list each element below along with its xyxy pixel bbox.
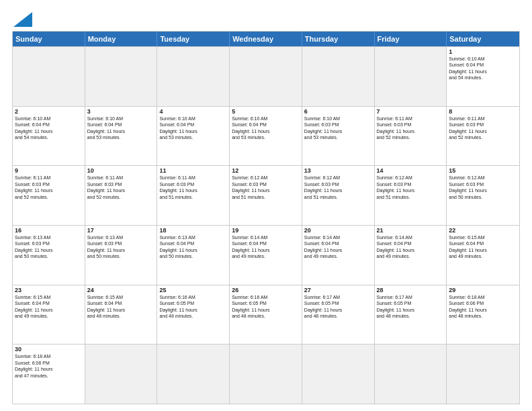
day-number: 27	[304, 287, 372, 293]
cell-sun-info: Sunrise: 6:17 AM Sunset: 6:05 PM Dayligh…	[304, 294, 372, 320]
day-number: 2	[15, 108, 83, 115]
cell-sun-info: Sunrise: 6:18 AM Sunset: 6:06 PM Dayligh…	[15, 353, 83, 379]
calendar-cell	[85, 345, 158, 404]
weekday-header: Saturday	[447, 32, 519, 46]
day-number: 9	[15, 167, 83, 174]
logo	[12, 12, 32, 27]
weekday-header: Thursday	[302, 32, 375, 46]
day-number: 20	[304, 227, 372, 234]
weekday-header: Sunday	[13, 32, 85, 46]
day-number: 21	[377, 227, 445, 234]
calendar-week-row: 16Sunrise: 6:13 AM Sunset: 6:03 PM Dayli…	[13, 225, 519, 285]
day-number: 8	[449, 108, 517, 115]
calendar-cell	[447, 345, 519, 404]
calendar-week-row: 30Sunrise: 6:18 AM Sunset: 6:06 PM Dayli…	[13, 344, 519, 404]
calendar-cell: 6Sunrise: 6:10 AM Sunset: 6:03 PM Daylig…	[302, 107, 375, 166]
day-number: 5	[232, 108, 300, 115]
cell-sun-info: Sunrise: 6:11 AM Sunset: 6:03 PM Dayligh…	[87, 175, 155, 200]
calendar-cell: 30Sunrise: 6:18 AM Sunset: 6:06 PM Dayli…	[13, 345, 85, 404]
cell-sun-info: Sunrise: 6:18 AM Sunset: 6:06 PM Dayligh…	[449, 294, 517, 320]
weekday-header: Wednesday	[230, 32, 302, 46]
cell-sun-info: Sunrise: 6:12 AM Sunset: 6:03 PM Dayligh…	[449, 175, 517, 200]
calendar-cell: 21Sunrise: 6:14 AM Sunset: 6:04 PM Dayli…	[375, 226, 447, 285]
calendar-cell: 19Sunrise: 6:14 AM Sunset: 6:04 PM Dayli…	[230, 226, 302, 285]
day-number: 28	[377, 287, 445, 293]
calendar-cell	[157, 47, 230, 106]
day-number: 7	[377, 108, 445, 115]
calendar-cell: 2Sunrise: 6:10 AM Sunset: 6:04 PM Daylig…	[13, 107, 85, 166]
cell-sun-info: Sunrise: 6:13 AM Sunset: 6:04 PM Dayligh…	[159, 234, 227, 260]
day-number: 24	[87, 287, 155, 293]
cell-sun-info: Sunrise: 6:10 AM Sunset: 6:04 PM Dayligh…	[159, 116, 227, 141]
calendar-cell: 11Sunrise: 6:11 AM Sunset: 6:03 PM Dayli…	[157, 166, 230, 225]
calendar-week-row: 1Sunrise: 6:10 AM Sunset: 6:04 PM Daylig…	[13, 46, 519, 106]
calendar: SundayMondayTuesdayWednesdayThursdayFrid…	[12, 31, 520, 404]
day-number: 23	[15, 287, 83, 293]
cell-sun-info: Sunrise: 6:10 AM Sunset: 6:04 PM Dayligh…	[232, 116, 300, 141]
cell-sun-info: Sunrise: 6:11 AM Sunset: 6:03 PM Dayligh…	[159, 175, 227, 200]
day-number: 12	[232, 167, 300, 174]
cell-sun-info: Sunrise: 6:13 AM Sunset: 6:03 PM Dayligh…	[15, 234, 83, 260]
calendar-cell: 28Sunrise: 6:17 AM Sunset: 6:05 PM Dayli…	[375, 285, 447, 345]
day-number: 4	[159, 108, 227, 115]
day-number: 3	[87, 108, 155, 115]
day-number: 18	[159, 227, 227, 234]
cell-sun-info: Sunrise: 6:10 AM Sunset: 6:04 PM Dayligh…	[449, 56, 517, 81]
calendar-cell: 15Sunrise: 6:12 AM Sunset: 6:03 PM Dayli…	[447, 166, 519, 225]
calendar-week-row: 9Sunrise: 6:11 AM Sunset: 6:03 PM Daylig…	[13, 165, 519, 225]
calendar-cell: 10Sunrise: 6:11 AM Sunset: 6:03 PM Dayli…	[85, 166, 158, 225]
calendar-cell: 3Sunrise: 6:10 AM Sunset: 6:04 PM Daylig…	[85, 107, 158, 166]
day-number: 1	[449, 48, 517, 55]
svg-marker-0	[13, 12, 32, 27]
day-number: 11	[159, 167, 227, 174]
calendar-cell: 20Sunrise: 6:14 AM Sunset: 6:04 PM Dayli…	[302, 226, 375, 285]
cell-sun-info: Sunrise: 6:14 AM Sunset: 6:04 PM Dayligh…	[304, 234, 372, 260]
calendar-cell: 25Sunrise: 6:16 AM Sunset: 6:05 PM Dayli…	[157, 285, 230, 345]
cell-sun-info: Sunrise: 6:17 AM Sunset: 6:05 PM Dayligh…	[377, 294, 445, 320]
calendar-cell: 23Sunrise: 6:15 AM Sunset: 6:04 PM Dayli…	[13, 285, 85, 345]
calendar-cell: 29Sunrise: 6:18 AM Sunset: 6:06 PM Dayli…	[447, 285, 519, 345]
day-number: 17	[87, 227, 155, 234]
cell-sun-info: Sunrise: 6:11 AM Sunset: 6:03 PM Dayligh…	[15, 175, 83, 200]
cell-sun-info: Sunrise: 6:11 AM Sunset: 6:03 PM Dayligh…	[377, 116, 445, 141]
page: SundayMondayTuesdayWednesdayThursdayFrid…	[0, 0, 532, 411]
calendar-cell	[375, 345, 447, 404]
calendar-cell: 27Sunrise: 6:17 AM Sunset: 6:05 PM Dayli…	[302, 285, 375, 345]
calendar-week-row: 23Sunrise: 6:15 AM Sunset: 6:04 PM Dayli…	[13, 285, 519, 345]
weekday-header: Friday	[375, 32, 447, 46]
day-number: 26	[232, 287, 300, 293]
calendar-cell	[230, 47, 302, 106]
calendar-cell: 17Sunrise: 6:13 AM Sunset: 6:03 PM Dayli…	[85, 226, 158, 285]
day-number: 25	[159, 287, 227, 293]
calendar-cell: 8Sunrise: 6:11 AM Sunset: 6:03 PM Daylig…	[447, 107, 519, 166]
calendar-cell	[302, 47, 375, 106]
calendar-cell: 14Sunrise: 6:12 AM Sunset: 6:03 PM Dayli…	[375, 166, 447, 225]
day-number: 6	[304, 108, 372, 115]
calendar-cell	[230, 345, 302, 404]
cell-sun-info: Sunrise: 6:16 AM Sunset: 6:05 PM Dayligh…	[159, 294, 227, 320]
calendar-cell: 9Sunrise: 6:11 AM Sunset: 6:03 PM Daylig…	[13, 166, 85, 225]
cell-sun-info: Sunrise: 6:12 AM Sunset: 6:03 PM Dayligh…	[232, 175, 300, 200]
calendar-cell	[85, 47, 158, 106]
day-number: 15	[449, 167, 517, 174]
calendar-header: SundayMondayTuesdayWednesdayThursdayFrid…	[13, 32, 519, 46]
calendar-cell	[13, 47, 85, 106]
day-number: 29	[449, 287, 517, 293]
cell-sun-info: Sunrise: 6:10 AM Sunset: 6:04 PM Dayligh…	[15, 116, 83, 141]
calendar-cell: 12Sunrise: 6:12 AM Sunset: 6:03 PM Dayli…	[230, 166, 302, 225]
day-number: 13	[304, 167, 372, 174]
cell-sun-info: Sunrise: 6:15 AM Sunset: 6:04 PM Dayligh…	[87, 294, 155, 320]
calendar-week-row: 2Sunrise: 6:10 AM Sunset: 6:04 PM Daylig…	[13, 106, 519, 166]
day-number: 14	[377, 167, 445, 174]
weekday-header: Tuesday	[157, 32, 230, 46]
weekday-header: Monday	[85, 32, 158, 46]
calendar-cell	[157, 345, 230, 404]
day-number: 16	[15, 227, 83, 234]
header	[12, 12, 520, 27]
day-number: 30	[15, 346, 83, 353]
cell-sun-info: Sunrise: 6:16 AM Sunset: 6:05 PM Dayligh…	[232, 294, 300, 320]
calendar-body: 1Sunrise: 6:10 AM Sunset: 6:04 PM Daylig…	[13, 46, 519, 404]
calendar-cell: 18Sunrise: 6:13 AM Sunset: 6:04 PM Dayli…	[157, 226, 230, 285]
calendar-cell: 22Sunrise: 6:15 AM Sunset: 6:04 PM Dayli…	[447, 226, 519, 285]
cell-sun-info: Sunrise: 6:14 AM Sunset: 6:04 PM Dayligh…	[377, 234, 445, 260]
